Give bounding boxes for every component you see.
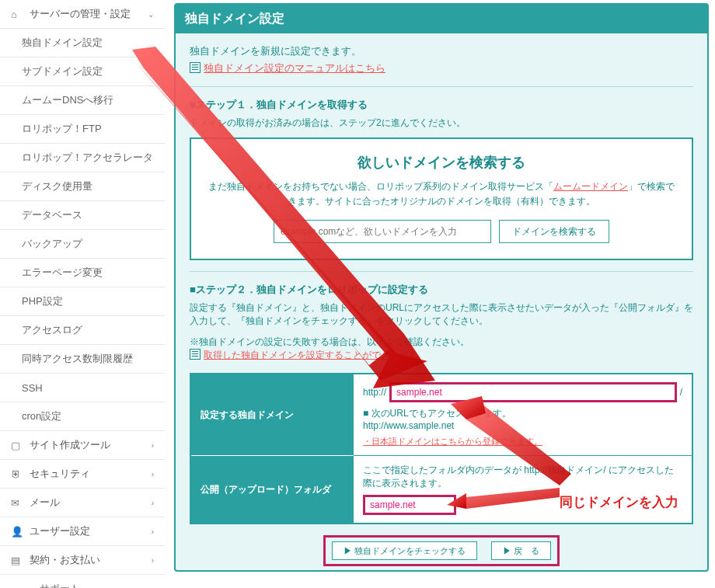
sidebar-item-muumuu-dns[interactable]: ムームーDNSへ移行 xyxy=(0,86,165,115)
sidebar-item-subdomain[interactable]: サブドメイン設定 xyxy=(0,57,165,86)
step2-title: ■ステップ２．独自ドメインをロリポップに設定する xyxy=(190,283,693,297)
sidebar-item-disk[interactable]: ディスク使用量 xyxy=(0,172,165,201)
domain-search-box: 欲しいドメインを検索する まだ独自ドメインをお持ちでない場合、ロリポップ系列のド… xyxy=(190,137,693,260)
chevron-down-icon: ⌄ xyxy=(148,10,154,19)
button-highlight-box: ▶ 独自ドメインをチェックする ▶ 戻 る xyxy=(323,535,560,566)
user-icon: 👤 xyxy=(11,526,23,538)
sidebar-item-cron[interactable]: cron設定 xyxy=(0,402,165,431)
sidebar-group-label: サーバーの管理・設定 xyxy=(30,7,131,21)
document-icon xyxy=(190,349,201,360)
step2-desc: 設定する『独自ドメイン』と、独自ドメインのURLにアクセスした際に表示させたいデ… xyxy=(190,301,693,328)
http-prefix: http:// xyxy=(363,387,386,398)
sidebar-item-accesslog[interactable]: アクセスログ xyxy=(0,316,165,345)
row-label-domain: 設定する独自ドメイン xyxy=(190,374,354,456)
step1-title: ■ステップ１．独自ドメインを取得する xyxy=(190,98,693,112)
domain-input[interactable] xyxy=(389,382,677,402)
folder-input[interactable] xyxy=(363,495,456,515)
slash: / xyxy=(680,387,682,398)
error-link[interactable]: 取得した独自ドメインを設定することができません xyxy=(204,350,418,360)
sidebar-group-billing[interactable]: ▤契約・お支払い› xyxy=(0,546,165,575)
sidebar-item-errorpage[interactable]: エラーページ変更 xyxy=(0,259,165,287)
step2-note: ※独自ドメインの設定に失敗する場合は、以下をご確認ください。 xyxy=(190,336,693,349)
separator xyxy=(190,86,693,87)
sidebar-group-server[interactable]: ⌂ サーバーの管理・設定 ⌄ xyxy=(0,0,165,29)
sidebar-item-backup[interactable]: バックアップ xyxy=(0,230,165,259)
sidebar-group-user[interactable]: 👤ユーザー設定› xyxy=(0,517,165,546)
document-icon xyxy=(190,62,201,73)
row-label-folder: 公開（アップロード）フォルダ xyxy=(190,456,354,524)
card-icon: ▤ xyxy=(11,555,23,566)
sidebar-item-accelerator[interactable]: ロリポップ！アクセラレータ xyxy=(0,144,165,172)
search-box-text: まだ独自ドメインをお持ちでない場合、ロリポップ系列のドメイン取得サービス「ムーム… xyxy=(207,179,676,209)
sidebar-item-concurrent[interactable]: 同時アクセス数制限履歴 xyxy=(0,345,165,374)
back-button[interactable]: ▶ 戻 る xyxy=(491,541,551,560)
folder-desc: ここで指定したフォルダ内のデータが http://独自ドメイン/ にアクセスした… xyxy=(363,464,682,490)
sidebar: ⌂ サーバーの管理・設定 ⌄ 独自ドメイン設定 サブドメイン設定 ムームーDNS… xyxy=(0,0,165,588)
chevron-right-icon: › xyxy=(152,441,154,450)
shield-icon: ⛨ xyxy=(11,468,23,480)
intro-text: 独自ドメインを新規に設定できます。 xyxy=(190,44,693,58)
chevron-right-icon: › xyxy=(152,556,154,565)
chevron-right-icon: › xyxy=(152,470,154,478)
also-label: ■ 次のURLでもアクセスできます。 xyxy=(363,407,682,420)
domain-settings-panel: 独自ドメイン設定 独自ドメインを新規に設定できます。 独自ドメイン設定のマニュア… xyxy=(174,3,709,572)
separator xyxy=(190,271,693,272)
sidebar-item-ftp[interactable]: ロリポップ！FTP xyxy=(0,115,165,144)
sidebar-group-mail[interactable]: ✉メール› xyxy=(0,489,165,517)
domain-search-input[interactable] xyxy=(274,220,491,243)
manual-link[interactable]: 独自ドメイン設定のマニュアルはこちら xyxy=(204,62,385,74)
sidebar-item-php[interactable]: PHP設定 xyxy=(0,287,165,316)
domain-form-table: 設定する独自ドメイン http:// / ■ 次のURLでもアクセスできます。 … xyxy=(190,373,693,524)
chevron-right-icon: › xyxy=(152,527,154,536)
muumuu-link[interactable]: ムームードメイン xyxy=(553,181,628,192)
panel-title: 独自ドメイン設定 xyxy=(176,5,707,33)
sidebar-group-site-tools[interactable]: ▢サイト作成ツール› xyxy=(0,431,165,460)
sidebar-group-security[interactable]: ⛨セキュリティ› xyxy=(0,460,165,489)
display-icon: ▢ xyxy=(11,440,23,451)
domain-search-button[interactable]: ドメインを検索する xyxy=(499,220,609,243)
sidebar-item-domain[interactable]: 独自ドメイン設定 xyxy=(0,29,165,57)
mail-icon: ✉ xyxy=(11,497,23,509)
japanese-domain-link[interactable]: ・日本語ドメインはこちらから登録できます。 xyxy=(363,437,542,446)
also-url: http://www.sample.net xyxy=(363,420,682,431)
main-content: 独自ドメイン設定 独自ドメインを新規に設定できます。 独自ドメイン設定のマニュア… xyxy=(165,0,715,588)
step1-desc: ドメインの取得がお済みの場合は、ステップ2に進んでください。 xyxy=(190,117,693,130)
check-domain-button[interactable]: ▶ 独自ドメインをチェックする xyxy=(332,541,477,560)
search-box-title: 欲しいドメインを検索する xyxy=(207,153,676,172)
sidebar-item-support[interactable]: → サポート xyxy=(0,575,165,588)
sidebar-item-database[interactable]: データベース xyxy=(0,201,165,230)
server-icon: ⌂ xyxy=(11,9,23,20)
chevron-right-icon: › xyxy=(152,499,154,507)
sidebar-item-ssh[interactable]: SSH xyxy=(0,374,165,402)
